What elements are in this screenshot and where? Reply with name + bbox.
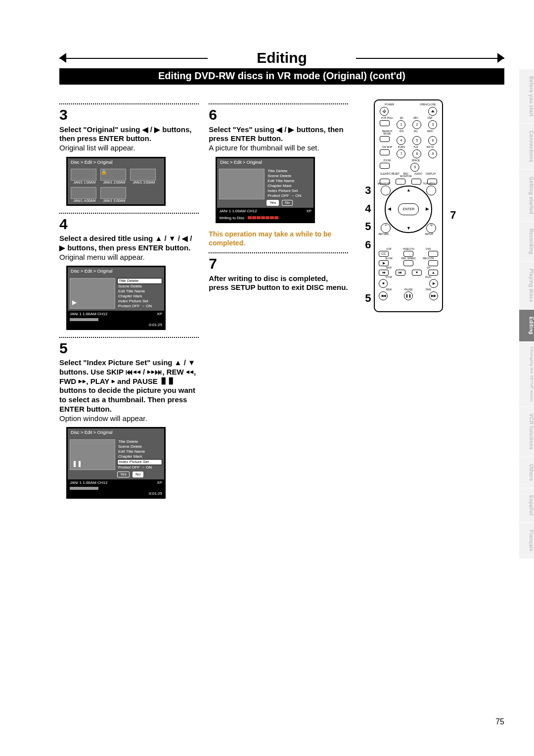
menu-item[interactable]: Index Picture Set bbox=[267, 189, 312, 193]
tab-playing-discs[interactable]: Playing discs bbox=[519, 262, 534, 310]
step-number: 3 bbox=[59, 105, 199, 124]
digit-button[interactable]: 8 bbox=[412, 149, 421, 158]
tab-others[interactable]: Others bbox=[519, 457, 534, 488]
stop-button[interactable]: ■ bbox=[379, 279, 388, 288]
digit-button[interactable]: 2 bbox=[412, 120, 421, 129]
digit-button[interactable]: 1 bbox=[397, 120, 405, 129]
tab-espanol[interactable]: Español bbox=[519, 488, 534, 523]
audio-button[interactable] bbox=[411, 179, 421, 185]
menu-item[interactable]: Title Delete bbox=[117, 278, 162, 284]
digit-button[interactable]: 6 bbox=[428, 136, 437, 145]
title-thumbnail[interactable] bbox=[71, 187, 96, 199]
title-thumbnail[interactable] bbox=[100, 169, 126, 181]
edit-menu: Title Delete Scene Delete Edit Title Nam… bbox=[117, 437, 164, 479]
ch-up-button[interactable]: ▲ bbox=[428, 270, 438, 276]
tab-connections[interactable]: Connections bbox=[519, 124, 534, 170]
pause-button[interactable]: ❚❚ bbox=[404, 291, 413, 300]
digit-button[interactable]: 7 bbox=[397, 149, 405, 158]
section-banner: Editing DVD-RW discs in VR mode (Origina… bbox=[59, 68, 504, 85]
thumb-label: JAN/1 1:00AM bbox=[71, 181, 98, 185]
no-button[interactable]: No bbox=[282, 200, 293, 206]
title-thumbnail[interactable] bbox=[71, 169, 96, 181]
menu-item[interactable]: Scene Delete bbox=[117, 444, 162, 449]
menu-item[interactable]: Protect OFF → ON bbox=[267, 193, 312, 198]
nav-wheel[interactable]: ▲ ▼ ◀ ▶ ENTER MENU/LIST TOP MENU ↩RETURN… bbox=[385, 186, 432, 233]
digit-button[interactable]: 5 bbox=[412, 136, 421, 145]
menu-item[interactable]: Title Delete bbox=[267, 169, 312, 174]
menu-item[interactable]: Chapter Mark bbox=[117, 294, 162, 299]
menu-item[interactable]: Chapter Mark bbox=[117, 454, 162, 459]
menu-item[interactable]: Edit Title Name bbox=[117, 289, 162, 294]
menulist-button[interactable]: MENU/LIST bbox=[381, 186, 391, 195]
recspeed-button[interactable] bbox=[403, 260, 413, 266]
no-button[interactable]: No bbox=[133, 472, 143, 477]
menu-item[interactable]: Protect OFF → ON bbox=[117, 304, 162, 309]
setup-button[interactable]: ⊖SETUP bbox=[426, 223, 436, 233]
digit-button[interactable]: 9 bbox=[428, 149, 437, 158]
down-arrow-icon[interactable]: ▼ bbox=[406, 226, 411, 231]
videotv-button[interactable] bbox=[403, 251, 413, 257]
status-bar: JAN/ 1 1:00AM CH12 XP bbox=[68, 479, 164, 486]
skip-prev-button[interactable]: ⏮ bbox=[379, 270, 389, 276]
fwd-button[interactable]: ▶▶ bbox=[429, 291, 438, 300]
divider-dotted bbox=[209, 252, 348, 253]
zoom-button[interactable] bbox=[380, 163, 390, 169]
dvd-button[interactable] bbox=[428, 251, 438, 257]
menu-item[interactable]: Index Picture Set bbox=[117, 459, 162, 465]
up-arrow-icon[interactable]: ▲ bbox=[406, 188, 411, 193]
edit-menu: Title Delete Scene Delete Edit Title Nam… bbox=[117, 276, 164, 311]
vcr-button[interactable]: CC bbox=[379, 251, 389, 257]
yes-button[interactable]: Yes bbox=[117, 472, 130, 477]
pause-icon: ❚❚ bbox=[72, 460, 82, 468]
callout-number: 5 bbox=[358, 220, 371, 234]
menu-item[interactable]: Index Picture Set bbox=[117, 299, 162, 304]
preview-pane: ❚❚ bbox=[70, 439, 115, 470]
menu-item[interactable]: Title Delete bbox=[117, 439, 162, 444]
menu-item[interactable]: Scene Delete bbox=[267, 174, 312, 179]
step-result: Original list will appear. bbox=[59, 143, 199, 153]
recotr-button[interactable] bbox=[428, 260, 438, 266]
digit-button[interactable]: 3 bbox=[428, 120, 437, 129]
recmon-button[interactable] bbox=[396, 179, 405, 185]
menu-item[interactable]: Protect OFF → ON bbox=[117, 465, 162, 470]
column-middle: 6 Select "Yes" using ◀ / ▶ buttons, then… bbox=[209, 99, 348, 292]
callout-number: 7 bbox=[450, 208, 456, 222]
slow-button[interactable]: ▶ bbox=[379, 260, 389, 266]
topmenu-button[interactable]: TOP MENU bbox=[426, 186, 436, 195]
enter-button[interactable]: ENTER bbox=[398, 203, 419, 215]
tab-setup-menu[interactable]: Changing the SETUP menu bbox=[519, 342, 534, 407]
divider-dotted bbox=[59, 103, 199, 104]
tab-recording[interactable]: Recording bbox=[519, 222, 534, 262]
right-arrow-icon[interactable]: ▶ bbox=[426, 206, 429, 212]
power-button[interactable]: ⏻ bbox=[380, 107, 389, 116]
digit-button[interactable]: 4 bbox=[397, 136, 405, 145]
menu-item[interactable]: Edit Title Name bbox=[117, 449, 162, 454]
tab-before-you-start[interactable]: Before you start bbox=[519, 69, 534, 124]
return-button[interactable]: ↩RETURN bbox=[381, 223, 391, 233]
ch-down-button[interactable]: ▼ bbox=[412, 270, 422, 276]
title-thumbnail[interactable] bbox=[130, 169, 156, 181]
ui-title-menu: Disc > Edit > Original ▶ Title Delete Sc… bbox=[66, 266, 166, 330]
step-result: A picture for thumbnail will be set. bbox=[209, 143, 348, 153]
menu-item[interactable]: Edit Title Name bbox=[267, 179, 312, 184]
menu-item[interactable]: Chapter Mark bbox=[267, 184, 312, 189]
tab-getting-started[interactable]: Getting started bbox=[519, 170, 534, 222]
vcrplus-button[interactable] bbox=[380, 120, 390, 126]
skip-next-button[interactable]: ⏭ bbox=[396, 270, 405, 276]
title-thumbnail[interactable] bbox=[100, 187, 126, 199]
tab-editing[interactable]: Editing bbox=[519, 310, 534, 342]
rew-button[interactable]: ◀◀ bbox=[379, 291, 388, 300]
left-arrow-icon[interactable]: ◀ bbox=[388, 206, 391, 212]
open-close-button[interactable]: ⏏ bbox=[428, 107, 437, 116]
tab-vcr-functions[interactable]: VCR functions bbox=[519, 407, 534, 457]
searchmode-button[interactable] bbox=[380, 136, 390, 142]
tab-francais[interactable]: Français bbox=[519, 523, 534, 559]
digit-button[interactable]: 0 bbox=[410, 163, 419, 172]
yes-button[interactable]: Yes bbox=[267, 200, 279, 206]
play-button[interactable]: ▶ bbox=[429, 279, 438, 288]
menu-item[interactable]: Scene Delete bbox=[117, 284, 162, 289]
warning-note: This operation may take a while to be co… bbox=[209, 230, 348, 247]
elapsed-bar: 0:01:25 bbox=[68, 490, 164, 497]
chevron-left-icon bbox=[59, 53, 66, 63]
cmskip-button[interactable] bbox=[380, 149, 390, 155]
